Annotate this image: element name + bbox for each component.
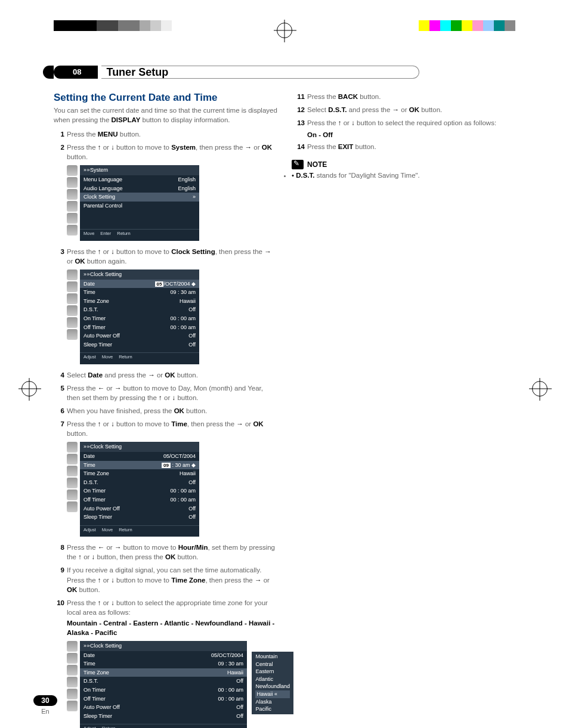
section-intro: You can set the current date and time so… xyxy=(54,106,277,125)
chapter-header: 08 Tuner Setup xyxy=(54,66,515,79)
osd-clock-setting-time: Clock Setting Date05/OCT/2004 Time09 : 3… xyxy=(80,442,199,537)
right-arrow-icon: → xyxy=(245,144,252,151)
section-title: Setting the Current Date and Time xyxy=(54,92,277,104)
step-3: Press the ↑ or ↓ button to move to Clock… xyxy=(54,247,277,364)
page-number: 30 En xyxy=(33,695,57,715)
left-arrow-icon: ← xyxy=(98,385,105,392)
step-2: Press the ↑ or ↓ button to move to Syste… xyxy=(54,142,277,241)
osd-system-menu: System Menu LanguageEnglish Audio Langua… xyxy=(80,165,199,240)
osd-clock-setting-timezone: Clock Setting Date05/OCT/2004 Time09 : 3… xyxy=(80,641,247,728)
up-arrow-icon: ↑ xyxy=(98,144,101,151)
step-4: Select Date and press the → or OK button… xyxy=(54,370,277,380)
step-10: Press the ↑ or ↓ button to select the ap… xyxy=(54,598,277,728)
step-5: Press the ← or → button to move to Day, … xyxy=(54,383,277,402)
step-13: 13Press the ↑ or ↓ button to select the … xyxy=(292,118,515,128)
step-8: Press the ← or → button to move to Hour/… xyxy=(54,543,277,562)
step-13-options: On - Off xyxy=(307,131,515,138)
step-12: 12Select D.S.T. and press the → or OK bu… xyxy=(292,105,515,114)
osd-clock-setting-date: Clock Setting Date05/OCT/2004 ◆ Time09 :… xyxy=(80,269,199,364)
note-body: D.S.T. stands for "Daylight Saving Time"… xyxy=(292,172,515,179)
note-heading: NOTE xyxy=(292,160,515,169)
note-icon xyxy=(292,160,304,169)
chapter-number: 08 xyxy=(54,66,98,79)
step-6: When you have finished, press the OK but… xyxy=(54,406,277,416)
step-14: 14Press the EXIT button. xyxy=(292,142,515,151)
osd-timezone-popup: Mountain Central Eastern Atlantic Newfou… xyxy=(252,652,293,714)
step-1: Press the MENU button. xyxy=(54,129,277,139)
step-7: Press the ↑ or ↓ button to move to Time,… xyxy=(54,419,277,537)
step-9: If you receive a digital signal, you can… xyxy=(54,565,277,594)
step-11: 11Press the BACK button. xyxy=(292,92,515,101)
chapter-title: Tuner Setup xyxy=(101,66,419,79)
